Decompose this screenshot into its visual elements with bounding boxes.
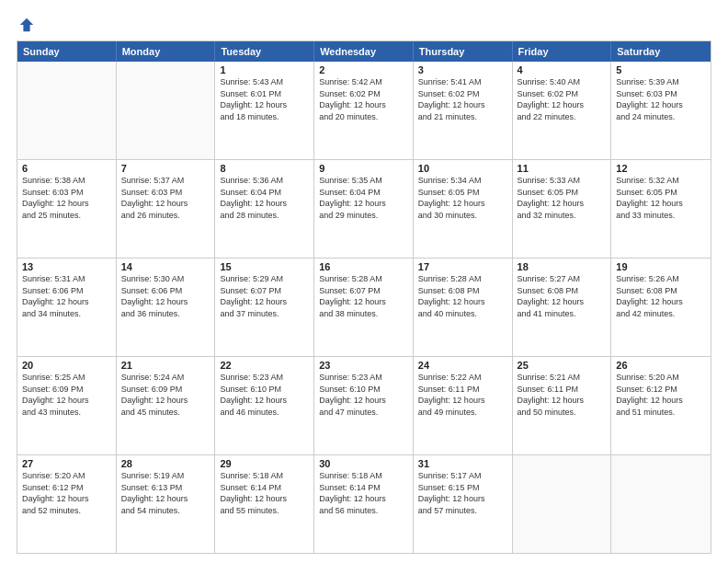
header-day-tuesday: Tuesday (215, 41, 314, 62)
day-number: 6 (22, 163, 111, 174)
day-info: Sunrise: 5:21 AM Sunset: 6:11 PM Dayligh… (518, 372, 607, 418)
header-day-saturday: Saturday (611, 41, 711, 62)
day-number: 9 (319, 163, 408, 174)
calendar-cell: 24Sunrise: 5:22 AM Sunset: 6:11 PM Dayli… (414, 357, 513, 454)
day-number: 14 (121, 261, 210, 272)
calendar-cell: 18Sunrise: 5:27 AM Sunset: 6:08 PM Dayli… (513, 259, 612, 356)
day-number: 12 (616, 163, 706, 174)
calendar-cell: 16Sunrise: 5:28 AM Sunset: 6:07 PM Dayli… (314, 259, 414, 356)
calendar-cell: 10Sunrise: 5:34 AM Sunset: 6:05 PM Dayli… (414, 160, 513, 258)
day-number: 2 (319, 64, 408, 75)
header-day-sunday: Sunday (17, 41, 117, 62)
day-number: 15 (220, 261, 309, 272)
day-number: 30 (319, 458, 408, 469)
calendar-cell: 22Sunrise: 5:23 AM Sunset: 6:10 PM Dayli… (215, 357, 314, 454)
day-info: Sunrise: 5:32 AM Sunset: 6:05 PM Dayligh… (616, 175, 706, 221)
day-info: Sunrise: 5:26 AM Sunset: 6:08 PM Dayligh… (616, 273, 706, 319)
calendar-cell (513, 455, 612, 553)
calendar-cell: 12Sunrise: 5:32 AM Sunset: 6:05 PM Dayli… (611, 160, 711, 258)
calendar-cell: 29Sunrise: 5:18 AM Sunset: 6:14 PM Dayli… (215, 455, 314, 553)
calendar-cell: 11Sunrise: 5:33 AM Sunset: 6:05 PM Dayli… (513, 160, 612, 258)
day-number: 28 (121, 458, 210, 469)
day-info: Sunrise: 5:36 AM Sunset: 6:04 PM Dayligh… (220, 175, 309, 221)
day-info: Sunrise: 5:18 AM Sunset: 6:14 PM Dayligh… (319, 470, 408, 516)
header-day-wednesday: Wednesday (314, 41, 414, 62)
calendar-cell: 9Sunrise: 5:35 AM Sunset: 6:04 PM Daylig… (314, 160, 414, 258)
calendar-cell: 3Sunrise: 5:41 AM Sunset: 6:02 PM Daylig… (414, 62, 513, 159)
day-info: Sunrise: 5:37 AM Sunset: 6:03 PM Dayligh… (121, 175, 210, 221)
day-info: Sunrise: 5:28 AM Sunset: 6:07 PM Dayligh… (319, 273, 408, 319)
day-number: 29 (220, 458, 309, 469)
day-number: 19 (616, 261, 706, 272)
logo (17, 17, 35, 33)
header-day-thursday: Thursday (414, 41, 513, 62)
calendar-row-5: 27Sunrise: 5:20 AM Sunset: 6:12 PM Dayli… (17, 454, 711, 553)
day-info: Sunrise: 5:20 AM Sunset: 6:12 PM Dayligh… (22, 470, 111, 516)
day-info: Sunrise: 5:41 AM Sunset: 6:02 PM Dayligh… (418, 76, 507, 122)
day-number: 8 (220, 163, 309, 174)
day-number: 25 (518, 360, 607, 371)
day-info: Sunrise: 5:29 AM Sunset: 6:07 PM Dayligh… (220, 273, 309, 319)
day-number: 16 (319, 261, 408, 272)
day-info: Sunrise: 5:42 AM Sunset: 6:02 PM Dayligh… (319, 76, 408, 122)
day-number: 1 (220, 64, 309, 75)
day-info: Sunrise: 5:18 AM Sunset: 6:14 PM Dayligh… (220, 470, 309, 516)
header-day-monday: Monday (117, 41, 216, 62)
day-info: Sunrise: 5:34 AM Sunset: 6:05 PM Dayligh… (418, 175, 507, 221)
day-number: 24 (418, 360, 507, 371)
day-number: 22 (220, 360, 309, 371)
day-info: Sunrise: 5:23 AM Sunset: 6:10 PM Dayligh… (220, 372, 309, 418)
day-info: Sunrise: 5:38 AM Sunset: 6:03 PM Dayligh… (22, 175, 111, 221)
calendar: SundayMondayTuesdayWednesdayThursdayFrid… (17, 40, 711, 554)
day-info: Sunrise: 5:19 AM Sunset: 6:13 PM Dayligh… (121, 470, 210, 516)
day-number: 31 (418, 458, 507, 469)
day-number: 5 (616, 64, 706, 75)
day-info: Sunrise: 5:27 AM Sunset: 6:08 PM Dayligh… (518, 273, 607, 319)
calendar-row-3: 13Sunrise: 5:31 AM Sunset: 6:06 PM Dayli… (17, 258, 711, 356)
calendar-cell: 5Sunrise: 5:39 AM Sunset: 6:03 PM Daylig… (611, 62, 711, 159)
calendar-header: SundayMondayTuesdayWednesdayThursdayFrid… (17, 41, 711, 62)
calendar-cell: 21Sunrise: 5:24 AM Sunset: 6:09 PM Dayli… (117, 357, 216, 454)
calendar-cell: 28Sunrise: 5:19 AM Sunset: 6:13 PM Dayli… (117, 455, 216, 553)
calendar-row-1: 1Sunrise: 5:43 AM Sunset: 6:01 PM Daylig… (17, 62, 711, 159)
day-number: 17 (418, 261, 507, 272)
day-info: Sunrise: 5:30 AM Sunset: 6:06 PM Dayligh… (121, 273, 210, 319)
calendar-cell: 13Sunrise: 5:31 AM Sunset: 6:06 PM Dayli… (17, 259, 117, 356)
day-number: 3 (418, 64, 507, 75)
logo-icon (18, 17, 35, 33)
day-number: 11 (518, 163, 607, 174)
day-number: 10 (418, 163, 507, 174)
page: SundayMondayTuesdayWednesdayThursdayFrid… (0, 0, 728, 563)
calendar-cell: 20Sunrise: 5:25 AM Sunset: 6:09 PM Dayli… (17, 357, 117, 454)
day-info: Sunrise: 5:35 AM Sunset: 6:04 PM Dayligh… (319, 175, 408, 221)
day-info: Sunrise: 5:39 AM Sunset: 6:03 PM Dayligh… (616, 76, 706, 122)
calendar-cell: 17Sunrise: 5:28 AM Sunset: 6:08 PM Dayli… (414, 259, 513, 356)
calendar-cell: 14Sunrise: 5:30 AM Sunset: 6:06 PM Dayli… (117, 259, 216, 356)
calendar-cell: 4Sunrise: 5:40 AM Sunset: 6:02 PM Daylig… (513, 62, 612, 159)
calendar-cell: 23Sunrise: 5:23 AM Sunset: 6:10 PM Dayli… (314, 357, 414, 454)
day-info: Sunrise: 5:25 AM Sunset: 6:09 PM Dayligh… (22, 372, 111, 418)
calendar-cell: 26Sunrise: 5:20 AM Sunset: 6:12 PM Dayli… (611, 357, 711, 454)
day-number: 21 (121, 360, 210, 371)
calendar-cell (117, 62, 216, 159)
calendar-cell: 27Sunrise: 5:20 AM Sunset: 6:12 PM Dayli… (17, 455, 117, 553)
calendar-cell: 8Sunrise: 5:36 AM Sunset: 6:04 PM Daylig… (215, 160, 314, 258)
day-number: 7 (121, 163, 210, 174)
calendar-row-2: 6Sunrise: 5:38 AM Sunset: 6:03 PM Daylig… (17, 159, 711, 258)
calendar-row-4: 20Sunrise: 5:25 AM Sunset: 6:09 PM Dayli… (17, 356, 711, 454)
calendar-cell: 19Sunrise: 5:26 AM Sunset: 6:08 PM Dayli… (611, 259, 711, 356)
day-info: Sunrise: 5:24 AM Sunset: 6:09 PM Dayligh… (121, 372, 210, 418)
day-info: Sunrise: 5:23 AM Sunset: 6:10 PM Dayligh… (319, 372, 408, 418)
day-number: 20 (22, 360, 111, 371)
calendar-cell (17, 62, 117, 159)
calendar-cell (611, 455, 711, 553)
calendar-cell: 7Sunrise: 5:37 AM Sunset: 6:03 PM Daylig… (117, 160, 216, 258)
day-number: 27 (22, 458, 111, 469)
day-number: 23 (319, 360, 408, 371)
day-number: 13 (22, 261, 111, 272)
svg-marker-0 (20, 18, 33, 31)
calendar-cell: 1Sunrise: 5:43 AM Sunset: 6:01 PM Daylig… (215, 62, 314, 159)
day-number: 4 (518, 64, 607, 75)
day-info: Sunrise: 5:17 AM Sunset: 6:15 PM Dayligh… (418, 470, 507, 516)
day-info: Sunrise: 5:20 AM Sunset: 6:12 PM Dayligh… (616, 372, 706, 418)
